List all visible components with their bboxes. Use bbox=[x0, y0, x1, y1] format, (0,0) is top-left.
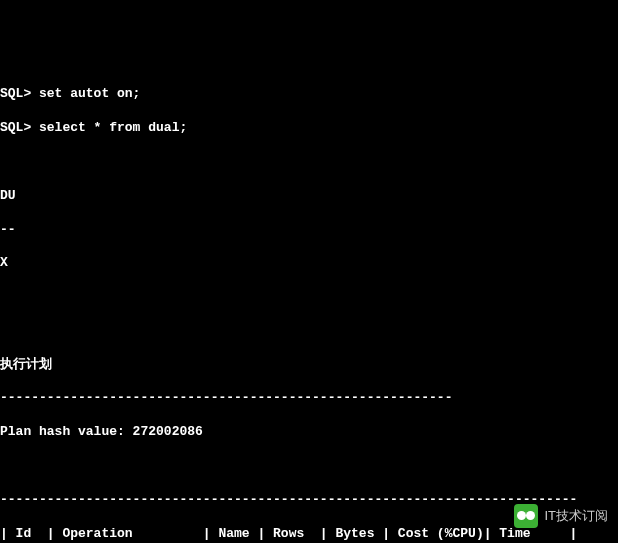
sql-command: SQL> select * from dual; bbox=[0, 120, 618, 137]
divider: ----------------------------------------… bbox=[0, 390, 618, 407]
blank-line bbox=[0, 323, 618, 340]
wechat-icon bbox=[514, 504, 538, 528]
watermark-text: IT技术订阅 bbox=[544, 508, 608, 525]
plan-table-header: | Id | Operation | Name | Rows | Bytes |… bbox=[0, 526, 618, 543]
blank-line bbox=[0, 154, 618, 171]
result-separator: -- bbox=[0, 222, 618, 239]
plan-hash: Plan hash value: 272002086 bbox=[0, 424, 618, 441]
result-header: DU bbox=[0, 188, 618, 205]
terminal-output: SQL> set autot on; SQL> select * from du… bbox=[0, 68, 618, 543]
result-value: X bbox=[0, 255, 618, 272]
sql-command: SQL> set autot on; bbox=[0, 86, 618, 103]
plan-section-title: 执行计划 bbox=[0, 357, 618, 374]
watermark: IT技术订阅 bbox=[514, 504, 608, 528]
blank-line bbox=[0, 458, 618, 475]
blank-line bbox=[0, 289, 618, 306]
